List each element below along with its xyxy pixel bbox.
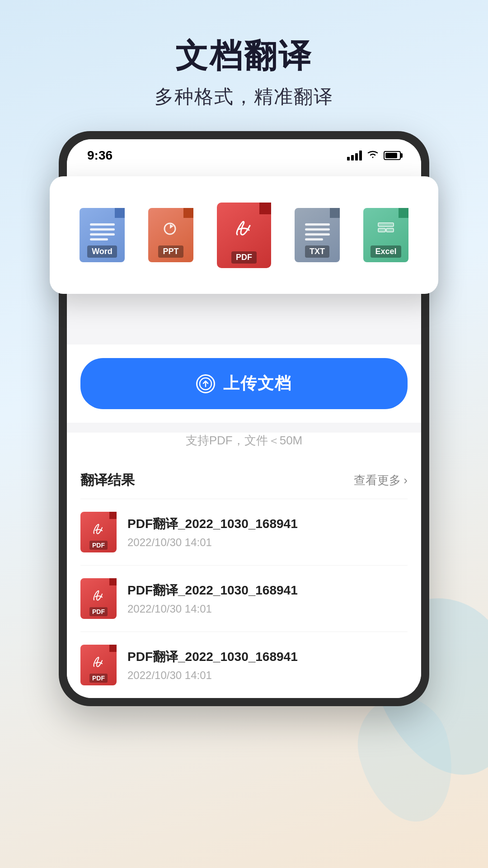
format-selector-popup: Word PPT — [50, 176, 438, 294]
results-more-label: 查看更多 — [354, 472, 401, 488]
result-date-1: 2022/10/30 14:01 — [127, 536, 408, 549]
upload-icon — [196, 374, 215, 393]
results-header: 翻译结果 查看更多 › — [80, 471, 408, 490]
format-item-pdf[interactable]: PDF — [212, 199, 276, 271]
top-section: 文档翻译 多种格式，精准翻译 — [0, 0, 488, 132]
ppt-file-icon: PPT — [148, 208, 193, 262]
upload-section: 上传文档 — [67, 344, 421, 423]
svg-rect-3 — [386, 228, 394, 232]
excel-file-icon: Excel — [363, 208, 408, 262]
result-name-2: PDF翻译_2022_1030_168941 — [127, 582, 408, 599]
signal-icon — [347, 151, 362, 160]
svg-rect-1 — [378, 223, 394, 226]
result-date-2: 2022/10/30 14:01 — [127, 603, 408, 615]
results-more-button[interactable]: 查看更多 › — [354, 472, 408, 488]
page-subtitle: 多种格式，精准翻译 — [0, 84, 488, 109]
result-pdf-icon-2: PDF — [80, 578, 117, 619]
result-info-3: PDF翻译_2022_1030_168941 2022/10/30 14:01 — [127, 648, 408, 682]
result-info-1: PDF翻译_2022_1030_168941 2022/10/30 14:01 — [127, 515, 408, 549]
upload-button-label: 上传文档 — [223, 373, 292, 395]
format-item-excel[interactable]: Excel — [359, 203, 413, 267]
result-pdf-icon-1: PDF — [80, 512, 117, 552]
results-section: 翻译结果 查看更多 › PDF — [67, 458, 421, 698]
word-label: Word — [87, 245, 117, 258]
results-more-arrow: › — [404, 473, 408, 487]
excel-label: Excel — [371, 245, 401, 258]
txt-label: TXT — [305, 245, 329, 258]
result-date-3: 2022/10/30 14:01 — [127, 669, 408, 682]
svg-rect-2 — [378, 228, 385, 232]
pdf-label-result-1: PDF — [89, 541, 108, 550]
pdf-file-icon: PDF — [217, 203, 271, 268]
result-name-3: PDF翻译_2022_1030_168941 — [127, 648, 408, 665]
result-name-1: PDF翻译_2022_1030_168941 — [127, 515, 408, 533]
pdf-label: PDF — [231, 251, 257, 264]
wifi-icon — [366, 149, 379, 162]
txt-file-icon: TXT — [295, 208, 340, 262]
pdf-label-result-2: PDF — [89, 607, 108, 616]
page-title: 文档翻译 — [0, 36, 488, 75]
status-bar: 9:36 — [67, 139, 421, 167]
format-item-ppt[interactable]: PPT — [144, 203, 198, 267]
battery-icon — [384, 151, 401, 160]
pdf-label-result-3: PDF — [89, 674, 108, 683]
status-icons — [347, 149, 401, 162]
result-item[interactable]: PDF PDF翻译_2022_1030_168941 2022/10/30 14… — [80, 499, 408, 565]
result-pdf-icon-3: PDF — [80, 645, 117, 685]
result-item[interactable]: PDF PDF翻译_2022_1030_168941 2022/10/30 14… — [80, 565, 408, 632]
result-info-2: PDF翻译_2022_1030_168941 2022/10/30 14:01 — [127, 582, 408, 615]
word-file-icon: Word — [80, 208, 125, 262]
ppt-label: PPT — [158, 245, 183, 258]
format-item-word[interactable]: Word — [75, 203, 129, 267]
result-item[interactable]: PDF PDF翻译_2022_1030_168941 2022/10/30 14… — [80, 632, 408, 698]
status-time: 9:36 — [87, 148, 113, 163]
results-title: 翻译结果 — [80, 471, 135, 490]
upload-button[interactable]: 上传文档 — [80, 358, 408, 409]
format-item-txt[interactable]: TXT — [290, 203, 344, 267]
upload-hint: 支持PDF，文件＜50M — [67, 433, 421, 458]
